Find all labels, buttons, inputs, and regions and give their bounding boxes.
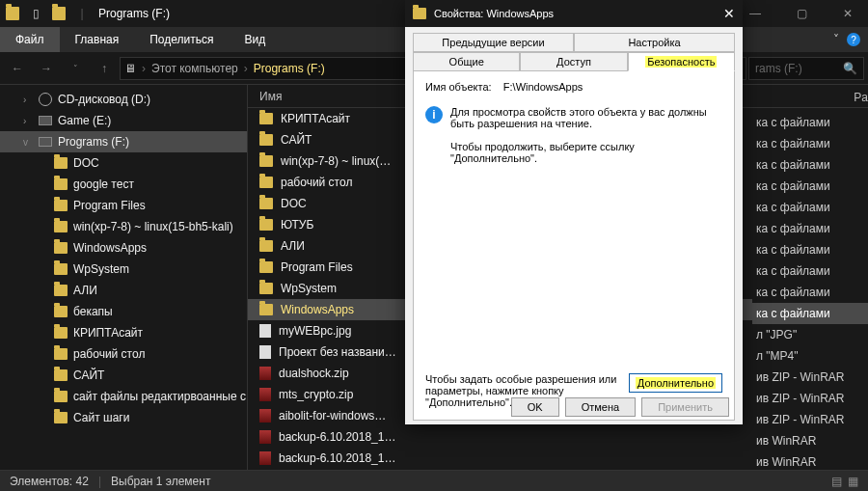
type-cell: ка с файлами xyxy=(752,260,868,282)
tab-sharing[interactable]: Доступ xyxy=(520,52,627,71)
properties-icon[interactable]: ▯ xyxy=(29,7,42,20)
dialog-close-button[interactable]: ✕ xyxy=(723,6,735,21)
status-bar: Элементов: 42 | Выбран 1 элемент ▤ ▦ xyxy=(0,470,868,491)
tree-item[interactable]: САЙТ xyxy=(0,365,247,386)
apply-button[interactable]: Применить xyxy=(641,397,729,417)
tab-view[interactable]: Вид xyxy=(229,27,281,52)
tree-item[interactable]: АЛИ xyxy=(0,280,247,301)
type-column: Pa ка с файламика с файламика с файламик… xyxy=(752,87,868,473)
nav-tree[interactable]: ›CD-дисковод (D:)›Game (E:)vPrograms (F:… xyxy=(0,85,248,471)
tree-item[interactable]: ›CD-дисковод (D:) xyxy=(0,89,247,110)
tree-item[interactable]: google тест xyxy=(0,174,247,195)
history-button[interactable]: ˅ xyxy=(62,56,89,81)
close-button[interactable]: ✕ xyxy=(833,7,862,20)
forward-button[interactable]: → xyxy=(33,56,60,81)
advanced-button[interactable]: Дополнительно xyxy=(629,373,722,393)
permission-message: Для просмотра свойств этого объекта у ва… xyxy=(450,106,722,129)
type-cell: ив ZIP - WinRAR xyxy=(752,388,868,409)
minimize-button[interactable]: — xyxy=(741,7,770,20)
view-grid-icon[interactable]: ▦ xyxy=(848,475,858,488)
tab-security[interactable]: Безопасность xyxy=(628,52,735,71)
search-icon: 🔍 xyxy=(843,62,857,75)
dialog-folder-icon xyxy=(413,8,426,19)
tree-item[interactable]: vPrograms (F:) xyxy=(0,131,247,152)
tree-item[interactable]: DOC xyxy=(0,152,247,174)
tree-item[interactable]: сайт файлы редактирвоанные с xyxy=(0,386,247,407)
help-icon[interactable]: ? xyxy=(847,33,860,46)
tree-item[interactable]: WpSystem xyxy=(0,259,247,280)
dialog-title-bar[interactable]: Свойства: WindowsApps ✕ xyxy=(405,0,743,27)
tab-general[interactable]: Общие xyxy=(413,52,520,71)
type-cell: л "JPG" xyxy=(752,324,868,345)
tab-file[interactable]: Файл xyxy=(0,27,60,52)
tree-item[interactable]: бекапы xyxy=(0,301,247,322)
tree-item[interactable]: ›Game (E:) xyxy=(0,110,247,131)
window-title: Programs (F:) xyxy=(98,7,170,20)
properties-dialog: Свойства: WindowsApps ✕ Предыдущие верси… xyxy=(405,0,743,424)
tab-share[interactable]: Поделиться xyxy=(134,27,229,52)
up-button[interactable]: ↑ xyxy=(91,56,118,81)
maximize-button[interactable]: ▢ xyxy=(787,7,816,20)
object-name-value: F:\WindowsApps xyxy=(503,81,583,93)
tree-item[interactable]: WindowsApps xyxy=(0,237,247,259)
tree-item[interactable]: Program Files xyxy=(0,195,247,216)
type-cell: ка с файлами xyxy=(752,197,868,218)
search-placeholder: rams (F:) xyxy=(755,62,802,75)
breadcrumb-root[interactable]: Этот компьютер xyxy=(151,62,238,75)
dialog-title: Свойства: WindowsApps xyxy=(434,8,554,19)
tab-home[interactable]: Главная xyxy=(60,27,135,52)
tree-item[interactable]: рабочий стол xyxy=(0,343,247,365)
object-name-label: Имя объекта: xyxy=(425,81,492,93)
tab-previous-versions[interactable]: Предыдущие версии xyxy=(413,33,574,52)
type-cell: ка с файлами xyxy=(752,112,868,133)
back-button[interactable]: ← xyxy=(4,56,31,81)
type-cell: ка с файлами xyxy=(752,282,868,303)
view-details-icon[interactable]: ▤ xyxy=(831,475,842,488)
status-selection: Выбран 1 элемент xyxy=(111,475,210,488)
tree-item[interactable]: КРИПТАсайт xyxy=(0,322,247,343)
type-cell: ка с файлами xyxy=(752,133,868,154)
tab-customize[interactable]: Настройка xyxy=(574,33,735,52)
type-cell: ка с файлами xyxy=(752,176,868,197)
type-cell: л "MP4" xyxy=(752,345,868,367)
search-input[interactable]: rams (F:) 🔍 xyxy=(748,57,864,80)
qat-folder-icon[interactable] xyxy=(52,7,66,20)
type-cell: ив ZIP - WinRAR xyxy=(752,367,868,388)
tree-item[interactable]: Сайт шаги xyxy=(0,407,247,428)
ok-button[interactable]: OK xyxy=(511,397,559,417)
type-cell: ив ZIP - WinRAR xyxy=(752,409,868,430)
type-cell: ив WinRAR xyxy=(752,430,868,451)
pc-icon: 🖥 xyxy=(124,62,136,75)
type-cell: ка с файлами xyxy=(752,218,868,239)
cancel-button[interactable]: Отмена xyxy=(565,397,636,417)
security-tab-body: Имя объекта: F:\WindowsApps i Для просмо… xyxy=(413,71,735,421)
status-count: Элементов: 42 xyxy=(10,475,89,488)
tree-item[interactable]: win(xp-7-8) ~ linux(15-bh5-kali) xyxy=(0,216,247,237)
breadcrumb-current[interactable]: Programs (F:) xyxy=(254,62,325,75)
continue-message: Чтобы продолжить, выберите ссылку "Допол… xyxy=(450,141,722,164)
qat-divider: | xyxy=(75,7,89,20)
info-icon: i xyxy=(425,106,443,123)
ribbon-expand-icon[interactable]: ˅ xyxy=(826,33,847,46)
column-type-label[interactable]: Pa xyxy=(854,91,868,104)
type-cell: ка с файлами xyxy=(752,239,868,260)
type-cell: ка с файлами xyxy=(752,303,868,324)
folder-icon xyxy=(6,7,19,20)
type-cell: ка с файлами xyxy=(752,154,868,176)
